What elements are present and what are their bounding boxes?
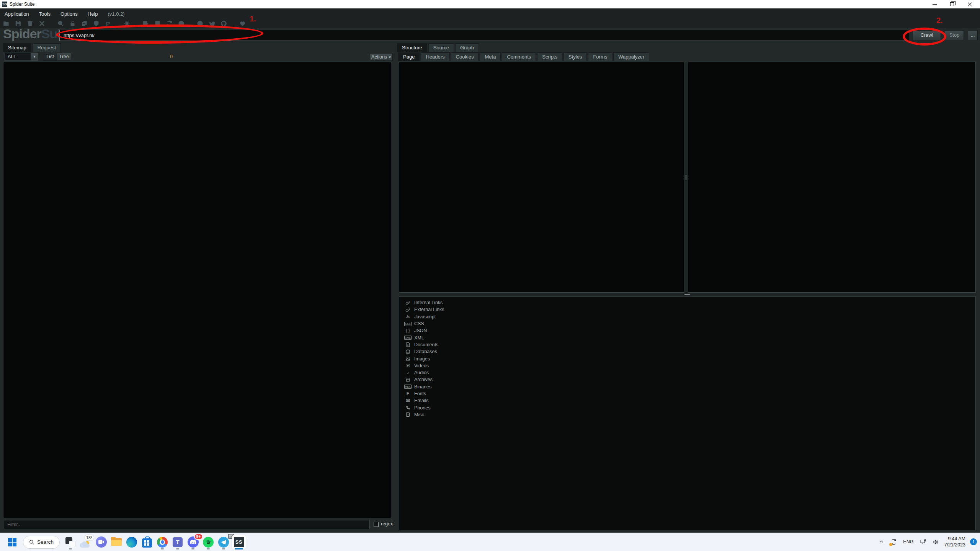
weather-widget[interactable]: 18° [78, 535, 93, 550]
subtab-scripts[interactable]: Scripts [537, 52, 562, 61]
stop-button[interactable]: Stop [945, 30, 964, 40]
network-icon[interactable] [918, 536, 928, 548]
link-type-fonts[interactable]: FFonts [405, 390, 975, 397]
close-x-icon[interactable] [38, 20, 45, 27]
close-button[interactable] [961, 0, 978, 8]
menu-application[interactable]: Application [5, 11, 34, 17]
regex-checkbox[interactable] [374, 522, 379, 527]
subtab-page[interactable]: Page [398, 52, 420, 61]
taskbar-store[interactable] [139, 535, 155, 550]
subtab-forms[interactable]: Forms [588, 52, 612, 61]
subtab-comments[interactable]: Comments [502, 52, 536, 61]
subtab-styles[interactable]: Styles [564, 52, 587, 61]
link-type-json[interactable]: {;}JSON [405, 327, 975, 334]
taskbar-spotify[interactable] [201, 535, 216, 550]
subtab-headers[interactable]: Headers [421, 52, 449, 61]
link-type-images[interactable]: Images [405, 355, 975, 362]
link-type-internal-links[interactable]: Internal Links [405, 299, 975, 306]
link-type-databases[interactable]: Databases [405, 348, 975, 355]
tab-source[interactable]: Source [428, 43, 454, 52]
search-icon [29, 540, 34, 545]
browser-icon[interactable] [196, 20, 203, 27]
sitemap-list-area[interactable] [3, 62, 391, 518]
task-view-button[interactable] [63, 535, 78, 550]
start-button[interactable] [5, 535, 20, 550]
link-type-documents[interactable]: Documents [405, 341, 975, 348]
link-type-misc[interactable]: ?Misc [405, 411, 975, 418]
more-options-button[interactable]: ... [968, 30, 978, 40]
taskbar-chat[interactable] [93, 535, 109, 550]
tray-chevron-up-icon[interactable] [876, 536, 886, 548]
horizontal-splitter[interactable] [399, 293, 976, 296]
link-type-css[interactable]: CSSCSS [405, 320, 975, 327]
github-icon[interactable] [220, 20, 227, 27]
language-indicator[interactable]: ENG [901, 539, 916, 544]
link-type-binaries[interactable]: HEXBinaries [405, 383, 975, 390]
taskbar-spider-suite[interactable]: SS [231, 535, 247, 550]
restore-button[interactable] [943, 0, 961, 8]
taskbar-chrome[interactable] [155, 535, 170, 550]
link-type-list: Internal Links External Links JsJavascri… [399, 297, 975, 418]
link-type-phones[interactable]: Phones [405, 404, 975, 411]
list-view-button[interactable]: List [43, 53, 57, 60]
heart-icon[interactable] [239, 20, 246, 27]
copy-icon[interactable] [81, 20, 88, 27]
page-detail-pane-right[interactable] [688, 62, 976, 293]
url-input[interactable] [59, 30, 909, 41]
taskbar-discord[interactable]: 9+ [185, 535, 201, 550]
tab-structure[interactable]: Structure [397, 43, 427, 52]
tree-view-button[interactable]: Tree [57, 53, 71, 60]
shield-icon[interactable] [93, 20, 100, 27]
tab-request[interactable]: Request [33, 43, 61, 52]
vertical-splitter[interactable] [685, 62, 688, 293]
search-icon[interactable] [57, 20, 64, 27]
phone-icon [405, 405, 411, 410]
actions-button[interactable]: Actions > [370, 53, 393, 61]
menu-help[interactable]: Help [88, 11, 103, 17]
volume-icon[interactable] [930, 536, 940, 548]
save-icon[interactable] [15, 20, 21, 27]
crawl-button[interactable]: Crawl [913, 30, 941, 40]
link-type-videos[interactable]: Videos [405, 362, 975, 369]
subtab-cookies[interactable]: Cookies [451, 52, 479, 61]
tab-graph[interactable]: Graph [455, 43, 479, 52]
annotation-label-2: 2. [936, 16, 943, 25]
toolbar: P [0, 19, 980, 28]
link-type-emails[interactable]: ✉Emails [405, 397, 975, 404]
twitter-icon[interactable] [208, 20, 215, 27]
taskbar-telegram[interactable]: 85 [216, 535, 231, 550]
unlock-icon[interactable] [69, 20, 76, 27]
trash-icon[interactable] [26, 20, 33, 27]
refresh-icon[interactable] [166, 20, 173, 27]
chevron-down-icon: ▼ [31, 53, 38, 60]
tab-sitemap[interactable]: Sitemap [3, 43, 31, 52]
minimize-button[interactable] [926, 0, 943, 8]
taskbar-teams[interactable]: T [170, 535, 185, 550]
link-type-audios[interactable]: ♪Audios [405, 369, 975, 376]
link-type-external-links[interactable]: External Links [405, 306, 975, 313]
clock[interactable]: 9:44 AM 7/21/2023 [942, 536, 967, 548]
taskbar-file-explorer[interactable] [109, 535, 124, 550]
info-icon[interactable] [178, 20, 185, 27]
page-detail-pane-left[interactable] [399, 62, 684, 293]
subtab-wappalyzer[interactable]: Wappalyzer [613, 52, 649, 61]
link-type-archives[interactable]: Archives [405, 376, 975, 383]
proxy-icon[interactable]: P [105, 20, 111, 27]
open-folder-icon[interactable] [3, 20, 10, 27]
link-type-javascript[interactable]: JsJavascript [405, 313, 975, 320]
taskbar-edge[interactable] [124, 535, 139, 550]
taskbar-search[interactable]: Search [23, 536, 60, 549]
database-icon [405, 349, 411, 354]
notes-icon[interactable] [142, 20, 149, 27]
report-icon[interactable] [154, 20, 161, 27]
link-type-xml[interactable]: XMLXML [405, 334, 975, 341]
menu-tools[interactable]: Tools [39, 11, 56, 17]
subtab-meta[interactable]: Meta [480, 52, 501, 61]
menu-options[interactable]: Options [60, 11, 83, 17]
settings-gear-icon[interactable] [123, 20, 130, 27]
tray-sync-icon[interactable] [889, 536, 898, 548]
notification-badge[interactable]: 1 [970, 538, 977, 545]
hex-icon: HEX [405, 385, 411, 389]
filter-input[interactable] [4, 520, 370, 529]
sitemap-filter-dropdown[interactable]: ALL ▼ [5, 53, 38, 61]
